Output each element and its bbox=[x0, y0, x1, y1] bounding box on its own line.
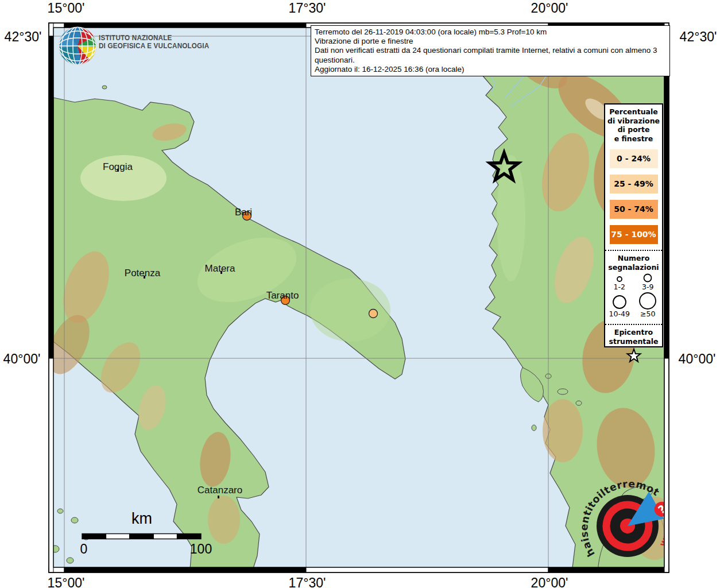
scale-bar bbox=[82, 534, 201, 539]
legend-percent-title: Percentuale di vibrazione di porte e fin… bbox=[605, 107, 662, 143]
observation-dot-salento bbox=[369, 310, 378, 318]
coord-top-1730: 17°30' bbox=[289, 1, 326, 16]
legend-class-75-100: 75 - 100% bbox=[610, 225, 658, 244]
legend-box: Percentuale di vibrazione di porte e fin… bbox=[604, 103, 663, 347]
seismic-intensity-map-page: ? haisentitoilterremoto.it www. bbox=[0, 0, 720, 588]
ingv-wordmark: ISTITUTO NAZIONALE DI GEOFISICA E VULCAN… bbox=[99, 34, 209, 50]
coord-bottom-1730: 17°30' bbox=[289, 575, 326, 588]
coord-left-4230: 42°30' bbox=[5, 29, 42, 45]
coord-top-20: 20°00' bbox=[531, 1, 568, 16]
legend-signals-title: Numero segnalazioni bbox=[605, 254, 662, 272]
signal-bin-label: ≥50 bbox=[640, 310, 655, 318]
city-label-foggia: Foggia bbox=[103, 161, 133, 173]
legend-class-0-24: 0 - 24% bbox=[610, 149, 658, 168]
city-label-potenza: Potenza bbox=[125, 268, 160, 279]
coord-top-15: 15°00' bbox=[48, 1, 85, 16]
signal-circle-medium-icon bbox=[639, 273, 656, 283]
legend-epicenter-symbol bbox=[605, 348, 662, 366]
signal-circle-small-icon bbox=[611, 274, 628, 283]
info-line-effect: Vibrazione di porte e finestre bbox=[315, 37, 666, 46]
coord-right-4230: 42°30' bbox=[680, 29, 717, 45]
coord-bottom-20: 20°00' bbox=[531, 575, 568, 588]
scalebar-end-label: 100 bbox=[190, 541, 212, 557]
legend-divider-1 bbox=[605, 250, 662, 251]
coord-right-40: 40°00' bbox=[679, 351, 716, 367]
legend-class-50-74: 50 - 74% bbox=[610, 200, 658, 219]
signal-bin-label: 1-2 bbox=[614, 283, 625, 291]
epicenter-star-legend-icon bbox=[624, 348, 644, 364]
legend-signal-sizes: 1-2 3-9 10-49 ≥50 bbox=[605, 273, 662, 318]
earthquake-info-box: Terremoto del 26-11-2019 04:03:00 (ora l… bbox=[311, 25, 670, 76]
signal-circle-large-icon bbox=[610, 293, 629, 310]
info-line-event: Terremoto del 26-11-2019 04:03:00 (ora l… bbox=[315, 28, 666, 37]
info-line-source: Dati non verificati estratti da 24 quest… bbox=[315, 46, 666, 64]
coord-left-40: 40°00' bbox=[3, 351, 41, 367]
city-label-catanzaro: Catanzaro bbox=[198, 485, 242, 496]
scalebar-unit-label: km bbox=[131, 510, 152, 528]
info-line-updated: Aggiornato il: 16-12-2025 16:36 (ora loc… bbox=[315, 65, 666, 74]
legend-epicenter-title: Epicentro strumentale bbox=[605, 328, 662, 346]
signal-bin-label: 3-9 bbox=[642, 283, 653, 291]
scalebar-start-label: 0 bbox=[80, 541, 88, 557]
city-label-matera: Matera bbox=[205, 263, 235, 274]
city-label-bari: Bari bbox=[235, 207, 252, 218]
ingv-line2: DI GEOFISICA E VULCANOLOGIA bbox=[99, 42, 209, 50]
ingv-line1: ISTITUTO NAZIONALE bbox=[99, 34, 209, 42]
signal-bin-label: 10-49 bbox=[609, 310, 630, 318]
coord-bottom-15: 15°00' bbox=[48, 575, 85, 588]
city-label-taranto: Taranto bbox=[266, 290, 299, 301]
legend-divider-2 bbox=[605, 324, 662, 325]
signal-circle-xlarge-icon bbox=[637, 291, 659, 310]
ingv-globe-icon bbox=[59, 27, 96, 65]
legend-class-25-49: 25 - 49% bbox=[610, 175, 658, 194]
